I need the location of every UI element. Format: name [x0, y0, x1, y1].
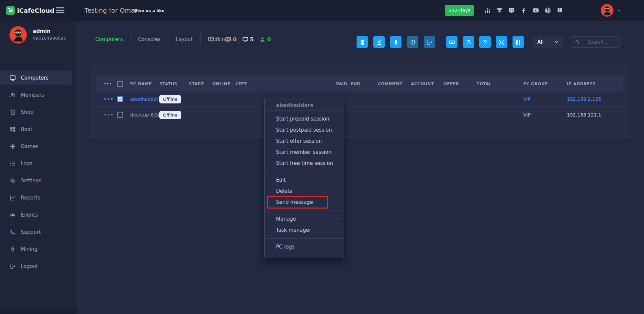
crown-icon [9, 212, 16, 218]
screenshot-button[interactable] [496, 36, 507, 48]
sidebar-item-members[interactable]: Members [0, 88, 76, 102]
col-comment[interactable]: COMMENT [378, 77, 402, 91]
user-menu-chevron-icon[interactable] [616, 8, 622, 13]
sidebar-item-shop[interactable]: Shop [0, 105, 76, 120]
user-avatar[interactable] [601, 4, 613, 17]
gamepad-icon [9, 143, 16, 150]
end-session-button[interactable] [424, 36, 435, 48]
hourglass-outline-icon [376, 39, 382, 45]
battery-icon [393, 39, 399, 45]
charge-cash-button[interactable] [446, 36, 458, 48]
menu-item-start-free-time-session[interactable]: Start free time session [265, 158, 344, 169]
sidebar-item-events[interactable]: Events [0, 208, 76, 222]
col-start[interactable]: START [189, 77, 204, 91]
row-checkbox-checked[interactable] [117, 96, 123, 102]
discord-icon[interactable] [507, 6, 516, 14]
page-title: Testing for Omar [85, 7, 138, 14]
col-left[interactable]: LEFT [235, 77, 247, 91]
menu-item-start-offer-session[interactable]: Start offer session [265, 136, 344, 147]
start-offer-session-button[interactable] [390, 36, 401, 48]
tab-consoles[interactable]: Consoles [130, 33, 168, 45]
members-icon [9, 92, 16, 98]
brand-name: iCafeCloud [17, 7, 54, 14]
col-pc-group[interactable]: PC GROUP [523, 77, 548, 91]
pause-button[interactable] [513, 36, 524, 48]
col-online[interactable]: ONLINE [212, 77, 230, 91]
topbar-brand-area: iCafeCloud [0, 0, 76, 21]
start-prepaid-session-button[interactable] [357, 36, 368, 48]
pc-group-filter[interactable]: All [533, 36, 563, 48]
col-total[interactable]: TOTAL [477, 77, 492, 91]
manual-book-icon[interactable] [556, 6, 564, 14]
sidebar-item-computers[interactable]: Computers [0, 71, 72, 85]
trophy-icon[interactable] [495, 6, 503, 14]
tab-layout[interactable]: Layout [168, 33, 201, 45]
menu-item-manage[interactable]: Manage › [265, 214, 344, 225]
topbar-icons [483, 0, 564, 21]
topbar: iCafeCloud Testing for Omar Give us a li… [0, 0, 644, 21]
youtube-icon[interactable] [532, 6, 540, 14]
add-member-button[interactable] [479, 36, 491, 48]
menu-item-start-member-session[interactable]: Start member session [265, 147, 344, 158]
admin-avatar[interactable] [9, 26, 27, 44]
member-star-icon [466, 39, 472, 45]
globe-icon[interactable] [544, 6, 552, 14]
ip-address-value[interactable]: 192.168.121.1 [567, 107, 601, 123]
leaderboard-icon[interactable] [483, 6, 491, 14]
search-input[interactable] [584, 37, 620, 47]
tab-computers[interactable]: Computers [88, 33, 130, 45]
give-us-a-like-link[interactable]: Give us a like [134, 8, 164, 13]
header-actions-dots[interactable]: ••• [104, 77, 112, 91]
pc-group-value[interactable]: VIP [523, 91, 531, 107]
admin-phone: 096184986696 [33, 36, 66, 41]
view-tabs: Computers Consoles Layout Bookings [88, 33, 238, 45]
sidebar-item-settings[interactable]: Settings [0, 173, 76, 188]
sidebar-item-logs[interactable]: Logs [0, 156, 76, 171]
row-actions-dots[interactable]: ••• [104, 107, 114, 123]
row-actions-dots[interactable]: ••• [104, 91, 114, 107]
start-postpaid-session-button[interactable] [373, 36, 385, 48]
table-row-abedhaddara[interactable]: ••• abedhaddara Offline VIP 192.168.1.13… [96, 91, 624, 107]
app-logo[interactable]: iCafeCloud [6, 6, 54, 15]
member-login-button[interactable] [463, 36, 474, 48]
sidebar-footer [0, 309, 76, 314]
sidebar-item-logout[interactable]: Logout [0, 259, 76, 274]
pc-group-value[interactable]: VIP [523, 107, 531, 123]
sidebar-item-mining[interactable]: B Mining [0, 242, 76, 257]
menu-toggle-icon[interactable] [56, 7, 64, 13]
license-days-badge[interactable]: 212 days [445, 5, 474, 16]
alarm-session-button[interactable] [407, 36, 418, 48]
col-ip-address[interactable]: IP ADDRESS [567, 77, 596, 91]
select-all-checkbox[interactable] [117, 81, 123, 87]
pc-name-link[interactable]: abedhaddara [130, 91, 161, 107]
sidebar-item-reports[interactable]: Reports [0, 190, 76, 205]
facebook-icon[interactable] [520, 6, 528, 14]
ip-address-value[interactable]: 192.168.1.135 [567, 91, 601, 107]
sidebar-item-games[interactable]: Games [0, 139, 76, 154]
col-status[interactable]: STATUS [159, 77, 177, 91]
sidebar-item-boot[interactable]: Boot [0, 122, 76, 137]
menu-item-send-message[interactable]: Send message [265, 197, 344, 208]
cart-icon [9, 109, 16, 116]
menu-item-task-manager[interactable]: Task manager [265, 225, 344, 236]
menu-item-edit[interactable]: Edit [265, 175, 344, 186]
sidebar: admin 096184986696 Computers Members Sho… [0, 21, 76, 314]
table-row-desktop[interactable]: ••• desktop-6j3rg… Offline VIP 192.168.1… [96, 107, 624, 123]
row-checkbox-unchecked[interactable] [117, 112, 123, 118]
icafecloud-app: iCafeCloud Testing for Omar Give us a li… [0, 0, 644, 314]
menu-item-start-postpaid-session[interactable]: Start postpaid session [265, 125, 344, 136]
col-pc-name[interactable]: PC NAME [130, 77, 152, 91]
tab-bookings[interactable]: Bookings [201, 33, 238, 45]
col-end[interactable]: END [351, 77, 361, 91]
search-box [571, 36, 620, 48]
col-paid[interactable]: PAID [336, 77, 347, 91]
col-account[interactable]: ACCOUNT [411, 77, 434, 91]
menu-item-start-prepaid-session[interactable]: Start prepaid session [265, 114, 344, 125]
status-badge: Offline [159, 95, 181, 103]
counter-offline: 5 [242, 36, 254, 43]
menu-item-pc-logs[interactable]: PC logs [265, 241, 344, 253]
col-offer[interactable]: OFFER [443, 77, 459, 91]
chevron-down-icon [554, 40, 559, 44]
menu-item-delete[interactable]: Delete [265, 186, 344, 197]
sidebar-item-support[interactable]: Support [0, 225, 76, 239]
